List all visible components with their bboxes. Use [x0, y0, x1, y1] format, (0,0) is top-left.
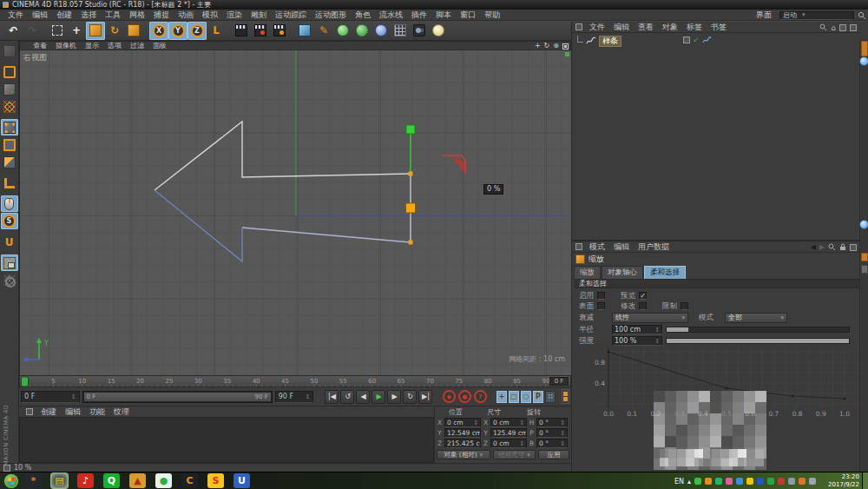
- apply-button[interactable]: 应用: [538, 450, 569, 459]
- object-name[interactable]: 样条: [599, 36, 621, 47]
- mode-dropdown[interactable]: 全部▾: [725, 313, 787, 323]
- om-menu-item-3[interactable]: 对象: [658, 22, 682, 33]
- am-menu-item-2[interactable]: 用户数据: [634, 241, 674, 253]
- object-tags[interactable]: ✓: [683, 36, 712, 44]
- key-scale-toggle[interactable]: □: [509, 391, 519, 403]
- cinema4d-app[interactable]: C: [181, 473, 198, 488]
- scale-tool[interactable]: [86, 22, 105, 40]
- polygons-mode-button[interactable]: [1, 154, 18, 170]
- viewport-menu-item-2[interactable]: 显示: [81, 42, 103, 50]
- menu-item-16[interactable]: 脚本: [431, 10, 456, 21]
- menu-item-7[interactable]: 动画: [174, 10, 198, 21]
- tray-yellow[interactable]: [746, 478, 753, 485]
- enable-check-icon[interactable]: ✓: [693, 36, 700, 44]
- am-menu-item-0[interactable]: 模式: [585, 241, 609, 253]
- tray-green[interactable]: [694, 478, 701, 485]
- show-desktop-button[interactable]: [862, 472, 868, 489]
- menu-item-18[interactable]: 帮助: [480, 10, 504, 21]
- om-menu-item-2[interactable]: 查看: [634, 22, 658, 33]
- make-editable-button[interactable]: [1, 43, 18, 59]
- tray-blue[interactable]: [736, 478, 743, 485]
- search-icon[interactable]: [819, 23, 827, 31]
- explorer[interactable]: ▤: [51, 473, 68, 488]
- material-menu-item-0[interactable]: 创建: [36, 406, 61, 418]
- panel-icon[interactable]: [575, 23, 582, 30]
- dock-button[interactable]: [859, 220, 868, 229]
- goto-start-button[interactable]: |◀: [325, 390, 339, 404]
- add-spline-menu[interactable]: ✎: [314, 22, 333, 40]
- model-mode-button[interactable]: [1, 63, 18, 80]
- layout-panel-icon[interactable]: [850, 24, 857, 31]
- taskbar-clock[interactable]: 23:20 2017/9/22: [828, 473, 859, 489]
- coord-mode-dropdown[interactable]: 对象 (相对)▾: [437, 450, 490, 459]
- tray-red[interactable]: [778, 478, 785, 485]
- timeline-ruler[interactable]: 51015202530354045505560657075808590 0 F: [19, 375, 571, 387]
- tray-volume[interactable]: [809, 478, 816, 485]
- pinwheel-app[interactable]: *: [25, 473, 42, 488]
- render-settings-button[interactable]: [270, 22, 289, 40]
- z-axis-lock[interactable]: Z: [187, 22, 207, 40]
- viewport[interactable]: Y 查看摄像机显示选项过滤面板 + ↻ ⊕ 右视图 0 % 网格间距 : 10 …: [19, 41, 571, 375]
- tray-picture[interactable]: [799, 478, 806, 485]
- play-backward-button[interactable]: ↺: [340, 390, 354, 404]
- quantize-button[interactable]: [1, 272, 18, 288]
- end-frame-field[interactable]: 90 F↕: [275, 391, 314, 403]
- minimize-panel-icon[interactable]: [839, 24, 846, 31]
- record-keyframe-button[interactable]: ◆: [443, 390, 456, 403]
- checkbox[interactable]: [597, 292, 605, 300]
- spline-tag-icon[interactable]: [702, 36, 712, 44]
- add-field-menu[interactable]: [372, 22, 391, 40]
- toggle-view-icon[interactable]: [562, 43, 569, 50]
- om-menu-item-4[interactable]: 标签: [682, 22, 707, 33]
- slider-value-field[interactable]: 100 cm↕: [612, 325, 662, 334]
- rotation-p-field[interactable]: 0 °↕: [536, 428, 568, 438]
- timeline-end-frame-box[interactable]: 0 F: [549, 377, 569, 386]
- checkbox[interactable]: ✓: [639, 292, 647, 300]
- viewport-menu-item-1[interactable]: 摄像机: [51, 42, 81, 50]
- menu-item-0[interactable]: 文件: [3, 10, 28, 21]
- menu-item-13[interactable]: 角色: [351, 10, 375, 21]
- size-y-field[interactable]: 125.49 cm↕: [490, 428, 527, 438]
- x-axis-lock[interactable]: X: [149, 22, 168, 40]
- points-mode-button[interactable]: [1, 119, 18, 135]
- attribute-tab-0[interactable]: 缩放: [574, 266, 601, 280]
- material-manager-area[interactable]: [19, 417, 434, 463]
- layout-panel-icon[interactable]: [850, 244, 857, 251]
- material-menu-item-3[interactable]: 纹理: [109, 406, 134, 418]
- om-menu-item-5[interactable]: 书签: [707, 22, 731, 33]
- loop-button[interactable]: ↻: [403, 390, 417, 404]
- tray-ie[interactable]: [757, 478, 764, 485]
- slider-track[interactable]: [666, 338, 850, 344]
- y-axis-lock[interactable]: Y: [168, 22, 187, 40]
- add-generator-menu[interactable]: [333, 22, 352, 40]
- zoom-view-icon[interactable]: ⊕: [553, 42, 559, 50]
- spline-point[interactable]: [409, 241, 413, 245]
- viewport-menu-item-3[interactable]: 选项: [103, 42, 126, 50]
- key-rotation-toggle[interactable]: ○: [521, 391, 531, 403]
- attribute-tab-2[interactable]: 柔和选择: [644, 266, 686, 280]
- redo-button[interactable]: ↷: [23, 22, 42, 40]
- add-camera-menu[interactable]: [410, 22, 429, 40]
- coord-system-toggle[interactable]: L: [207, 22, 226, 40]
- add-floor-menu[interactable]: [391, 22, 410, 40]
- falloff-dropdown[interactable]: 线性▾: [612, 313, 688, 323]
- checkbox[interactable]: [597, 302, 605, 310]
- menu-item-14[interactable]: 流水线: [375, 10, 407, 21]
- next-frame-button[interactable]: ▶: [387, 390, 401, 404]
- menu-item-2[interactable]: 创建: [52, 10, 76, 21]
- current-frame-field[interactable]: 0 F↕: [21, 391, 80, 403]
- search-icon[interactable]: [828, 243, 836, 251]
- material-menu-item-1[interactable]: 编辑: [61, 406, 85, 418]
- rotation-h-field[interactable]: 0 °↕: [536, 418, 568, 427]
- sogou-input[interactable]: S: [207, 473, 224, 488]
- tray-wechat[interactable]: [715, 478, 722, 485]
- frame-range-slider[interactable]: 0 F 90 F: [82, 391, 273, 403]
- om-menu-item-0[interactable]: 文件: [585, 22, 609, 33]
- key-pla-toggle[interactable]: ∷: [545, 391, 556, 403]
- undo-button[interactable]: ↶: [3, 22, 23, 40]
- panel-icon[interactable]: [575, 243, 582, 250]
- viewport-menu-item-0[interactable]: 查看: [29, 42, 51, 50]
- render-picture-viewer-button[interactable]: [251, 22, 270, 40]
- attribute-tab-1[interactable]: 对象轴心: [602, 266, 643, 280]
- menu-item-9[interactable]: 渲染: [222, 10, 247, 21]
